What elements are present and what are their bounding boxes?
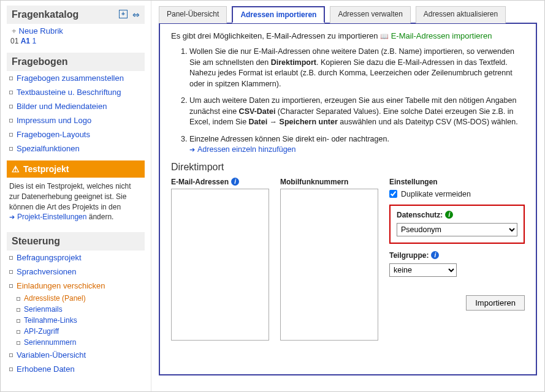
square-bullet-icon <box>9 147 13 151</box>
sidebar-item[interactable]: Erhobene Daten <box>7 362 145 376</box>
test-project-banner: Testprojekt <box>7 160 145 178</box>
settings-column: Einstellungen Duplikate vermeiden Datens… <box>389 178 525 341</box>
sidebar-subitem[interactable]: Serienmails <box>17 304 145 315</box>
section-title: Fragebogen <box>12 56 68 67</box>
sidebar-item[interactable]: Textbausteine u. Beschriftung <box>7 85 145 99</box>
square-bullet-icon <box>9 270 13 274</box>
list-item: Einzelne Adressen können Sie direkt ein-… <box>189 134 525 156</box>
teilgruppe-select[interactable]: keine <box>389 263 457 277</box>
help-icon[interactable]: i <box>431 251 439 259</box>
avoid-duplicates-label: Duplikate vermeiden <box>401 190 471 198</box>
phone-column: Mobilfunknummern <box>280 178 378 341</box>
section-title: Steuerung <box>12 236 60 247</box>
email-column: E-Mail-Adressen i <box>171 178 269 341</box>
import-help-link[interactable]: E-Mail-Adressen importieren <box>391 31 492 40</box>
import-button[interactable]: Importieren <box>466 295 525 311</box>
intro-text: Es gibt drei Möglichkeiten, E-Mail-Adres… <box>171 31 525 40</box>
sidebar-item[interactable]: Variablen-Übersicht <box>7 348 145 362</box>
sidebar-item[interactable]: Fragebogen zusammenstellen <box>7 71 145 85</box>
sidebar-item[interactable]: Impressum und Logo <box>7 113 145 127</box>
help-icon[interactable]: i <box>445 211 453 219</box>
phone-textarea[interactable] <box>280 189 378 341</box>
email-label: E-Mail-Adressen i <box>171 178 269 186</box>
split-view-icon[interactable]: ⇔ <box>132 10 140 20</box>
email-textarea[interactable] <box>171 189 269 341</box>
datenschutz-highlight-box: Datenschutz: i Pseudonym <box>389 205 525 244</box>
square-bullet-icon <box>17 319 20 323</box>
section-fragebogen-header: Fragebogen <box>7 53 145 71</box>
help-icon[interactable]: i <box>231 178 239 186</box>
direct-import-form: E-Mail-Adressen i Mobilfunknummern Einst… <box>171 178 525 341</box>
tab-import-addresses[interactable]: Adressen importieren <box>232 6 325 23</box>
tab-panel-overview[interactable]: Panel-Übersicht <box>159 6 227 23</box>
sidebar-subitem[interactable]: Teilnahme-Links <box>17 315 145 326</box>
square-bullet-icon <box>9 368 13 371</box>
sidebar-item[interactable]: Spezialfunktionen <box>7 141 145 156</box>
sidebar-item[interactable]: Befragungsprojekt <box>7 251 145 265</box>
sidebar-subitem[interactable]: API-Zugriff <box>17 326 145 337</box>
square-bullet-icon <box>17 297 20 301</box>
square-bullet-icon <box>9 256 13 260</box>
tabs: Panel-Übersicht Adressen importieren Adr… <box>159 6 537 24</box>
add-page-icon[interactable]: + <box>119 10 128 18</box>
square-bullet-icon <box>9 91 13 94</box>
datenschutz-label: Datenschutz: i <box>397 211 517 219</box>
new-rubric-label: Neue Rubrik <box>19 26 63 36</box>
datenschutz-select[interactable]: Pseudonym <box>397 223 517 236</box>
project-settings-link[interactable]: Projekt-Einstellungen <box>9 213 86 221</box>
book-icon: 📖 <box>380 32 389 40</box>
banner-title: Testprojekt <box>23 164 69 174</box>
list-item: Um auch weitere Daten zu importieren, er… <box>189 96 525 128</box>
new-rubric-link[interactable]: +Neue Rubrik <box>7 24 145 37</box>
tab-panel-body: Es gibt drei Möglichkeiten, E-Mail-Adres… <box>159 24 537 375</box>
direct-import-heading: Direktimport <box>171 162 525 173</box>
list-item: Wollen Sie die nur E-Mail-Adressen ohne … <box>189 47 525 89</box>
warning-icon <box>12 164 20 174</box>
import-options-list: Wollen Sie die nur E-Mail-Adressen ohne … <box>189 47 525 156</box>
section-fragenkatalog-header: Fragenkatalog + ⇔ <box>7 6 145 24</box>
square-bullet-icon <box>9 284 13 288</box>
section-steuerung-header: Steuerung <box>7 232 145 251</box>
phone-label: Mobilfunknummern <box>280 178 378 186</box>
sidebar-item[interactable]: Sprachversionen <box>7 265 145 279</box>
square-bullet-icon <box>17 330 20 334</box>
square-bullet-icon <box>9 353 13 357</box>
catalog-entry[interactable]: 01 A1 1 <box>7 37 145 48</box>
plus-icon: + <box>12 26 17 36</box>
square-bullet-icon <box>17 308 20 312</box>
teilgruppe-label: Teilgruppe: i <box>389 251 525 260</box>
main-content: Panel-Übersicht Adressen importieren Adr… <box>151 1 544 391</box>
settings-heading: Einstellungen <box>389 178 525 186</box>
add-single-address-link[interactable]: Adressen einzeln hinzufügen <box>189 145 296 154</box>
tab-manage-addresses[interactable]: Adressen verwalten <box>330 6 410 23</box>
sidebar-item-active[interactable]: Einladungen verschicken <box>7 279 145 293</box>
tab-update-addresses[interactable]: Adressen aktualisieren <box>416 6 506 23</box>
square-bullet-icon <box>9 77 13 80</box>
duplicates-row: Duplikate vermeiden <box>389 190 525 198</box>
square-bullet-icon <box>9 105 13 108</box>
sidebar-subitem[interactable]: Adressliste (Panel) <box>17 293 145 304</box>
sidebar-item[interactable]: Fragebogen-Layouts <box>7 127 145 141</box>
sidebar-subitem[interactable]: Seriennummern <box>17 337 145 348</box>
square-bullet-icon <box>9 119 13 123</box>
sidebar: Fragenkatalog + ⇔ +Neue Rubrik 01 A1 1 F… <box>1 1 151 391</box>
test-project-description: Dies ist ein Testprojekt, welches nicht … <box>7 178 145 227</box>
avoid-duplicates-checkbox[interactable] <box>389 190 397 198</box>
sidebar-item[interactable]: Bilder und Mediendateien <box>7 99 145 113</box>
section-title: Fragenkatalog <box>12 9 78 20</box>
square-bullet-icon <box>17 341 20 345</box>
square-bullet-icon <box>9 133 13 137</box>
